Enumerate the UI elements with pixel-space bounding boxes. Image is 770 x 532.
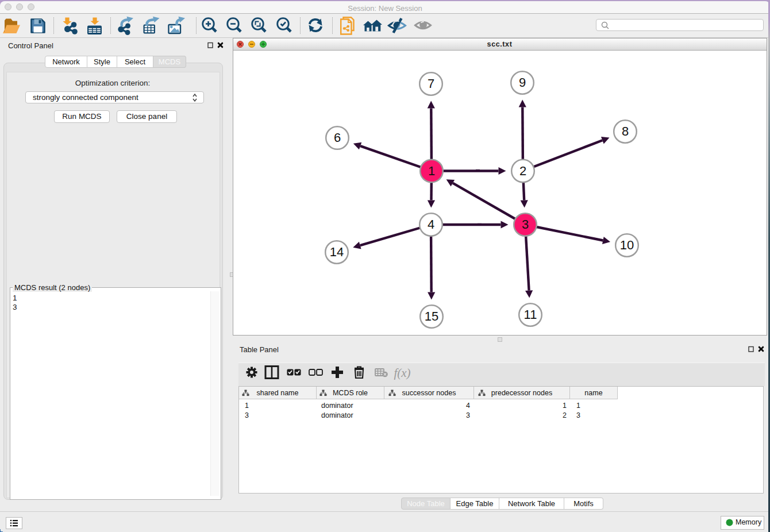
svg-text:11: 11 [524,307,537,322]
svg-text:f(x): f(x) [394,366,410,380]
svg-text:4: 4 [428,217,434,232]
svg-text:9: 9 [519,75,526,90]
svg-text:3: 3 [522,217,529,232]
svg-text:14: 14 [330,245,344,259]
svg-text:1: 1 [428,164,435,178]
svg-text:6: 6 [334,130,341,145]
svg-text:10: 10 [620,238,634,252]
svg-text:7: 7 [428,76,434,91]
svg-text:15: 15 [425,309,438,323]
svg-text:2: 2 [519,164,526,178]
svg-text:8: 8 [622,124,629,138]
